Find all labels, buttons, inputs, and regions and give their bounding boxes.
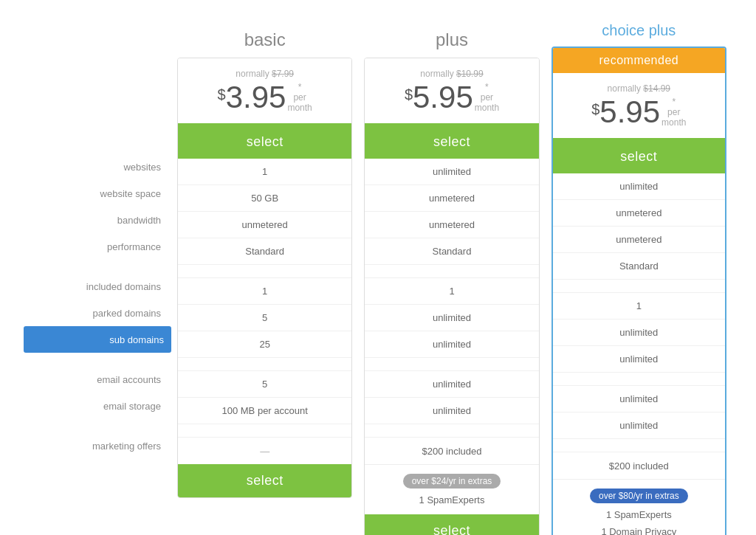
label-sub-domains: sub domains [24, 326, 171, 353]
label-performance: performance [24, 233, 171, 260]
plans-container: basic normally $7.99 $ 3.95 * per month [171, 22, 732, 535]
plan-choice-plus-dollar: $ [591, 101, 599, 118]
plan-choice-plus-price-row: $ 5.95 * per month [565, 97, 713, 131]
plan-choice-plus-card: recommended normally $14.99 $ 5.95 * per… [551, 46, 726, 535]
plan-choice-plus: choice plus recommended normally $14.99 … [551, 15, 726, 535]
plan-plus-select-bottom[interactable]: select [365, 514, 538, 535]
plan-choice-plus-included-domains: 1 [553, 293, 725, 320]
plan-choice-plus-select-top[interactable]: select [553, 140, 725, 173]
plan-basic-sub-domains: 25 [178, 331, 351, 358]
label-bandwidth: bandwidth [24, 207, 171, 233]
plan-plus-included-domains: 1 [365, 278, 538, 305]
plan-basic-parked-domains: 5 [178, 305, 351, 331]
plan-basic-email-accounts: 5 [178, 371, 351, 398]
label-marketing-offers: marketing offers [24, 432, 171, 459]
plan-plus-features: unlimited unmetered unmetered Standard 1… [365, 159, 538, 464]
plan-choice-plus-suffix: * per month [662, 97, 686, 131]
plan-basic-card: normally $7.99 $ 3.95 * per month select [177, 58, 352, 498]
label-websites: websites [24, 153, 171, 180]
label-email-accounts: email accounts [24, 366, 171, 393]
plan-choice-plus-extras-badge: over $80/yr in extras [590, 489, 688, 503]
plan-plus-spam: 1 SpamExperts [371, 491, 532, 508]
plan-basic-websites: 1 [178, 159, 351, 185]
plan-basic-title: basic [177, 22, 352, 50]
plan-plus-original-price: $10.99 [456, 69, 484, 79]
plan-plus-websites: unlimited [365, 159, 538, 185]
label-included-domains: included domains [24, 273, 171, 300]
plan-basic-dollar: $ [218, 86, 226, 103]
plan-plus-select-top[interactable]: select [365, 125, 538, 159]
plan-plus-suffix: * per month [475, 82, 499, 116]
plan-choice-plus-amount: 5.95 [599, 97, 660, 128]
plan-plus-title: plus [364, 22, 539, 50]
plan-choice-plus-performance: Standard [553, 253, 725, 280]
plan-plus-email-accounts: unlimited [365, 371, 538, 398]
plan-basic-bandwidth: unmetered [178, 212, 351, 238]
plan-choice-plus-extras: over $80/yr in extras 1 SpamExperts 1 Do… [553, 479, 725, 535]
plan-basic-suffix: * per month [287, 82, 312, 116]
plan-basic-amount: 3.95 [226, 82, 286, 113]
plan-plus-price-row: $ 5.95 * per month [377, 82, 526, 116]
plan-basic: basic normally $7.99 $ 3.95 * per month [177, 22, 352, 535]
plan-basic-email-storage: 100 MB per account [178, 398, 351, 424]
plan-plus-star: * [475, 82, 499, 92]
plan-plus-website-space: unmetered [365, 185, 538, 212]
plan-choice-plus-domain-privacy: 1 Domain Privacy [559, 523, 719, 535]
plan-basic-price-section: normally $7.99 $ 3.95 * per month [178, 58, 351, 125]
plan-plus-card: normally $10.99 $ 5.95 * per month selec… [364, 58, 539, 535]
label-email-storage: email storage [24, 393, 171, 419]
plan-plus-dollar: $ [405, 86, 413, 103]
plan-plus-price-section: normally $10.99 $ 5.95 * per month [365, 58, 538, 125]
plan-plus-bandwidth: unmetered [365, 212, 538, 238]
plan-plus: plus normally $10.99 $ 5.95 * per month [364, 22, 539, 535]
plan-choice-plus-star: * [662, 97, 686, 107]
plan-plus-marketing: $200 included [365, 438, 538, 464]
plan-basic-marketing: — [178, 438, 351, 464]
plan-choice-plus-original-price: $14.99 [643, 83, 670, 94]
plan-choice-plus-marketing: $200 included [553, 452, 725, 479]
plan-basic-performance: Standard [178, 238, 351, 265]
plan-choice-plus-normally: normally $14.99 [565, 83, 713, 94]
plan-choice-plus-price-section: normally $14.99 $ 5.95 * per month [553, 73, 725, 140]
plan-choice-plus-spam: 1 SpamExperts [559, 506, 719, 523]
row-labels: websites website space bandwidth perform… [24, 22, 171, 459]
pricing-wrapper: websites website space bandwidth perform… [9, 15, 747, 535]
plan-basic-normally: normally $7.99 [190, 69, 340, 79]
plan-choice-plus-sub-domains: unlimited [553, 346, 725, 373]
plan-basic-features: 1 50 GB unmetered Standard 1 5 25 5 100 … [178, 159, 351, 464]
plan-plus-extras: over $24/yr in extras 1 SpamExperts [365, 464, 538, 514]
plan-basic-dash: — [260, 446, 269, 457]
plan-choice-plus-email-storage: unlimited [553, 413, 725, 439]
plan-choice-plus-title: choice plus [551, 15, 726, 39]
plan-basic-price-row: $ 3.95 * per month [190, 82, 340, 116]
plan-choice-plus-email-accounts: unlimited [553, 386, 725, 413]
label-website-space: website space [24, 180, 171, 207]
plan-choice-plus-features: unlimited unmetered unmetered Standard 1… [553, 173, 725, 479]
plan-plus-extras-badge: over $24/yr in extras [403, 474, 501, 489]
plan-plus-email-storage: unlimited [365, 398, 538, 424]
plan-plus-sub-domains: unlimited [365, 331, 538, 358]
plan-basic-website-space: 50 GB [178, 185, 351, 212]
plan-plus-normally: normally $10.99 [377, 69, 526, 79]
plan-basic-select-top[interactable]: select [178, 125, 351, 159]
plan-choice-plus-websites: unlimited [553, 173, 725, 200]
plan-choice-plus-recommended: recommended [553, 48, 725, 73]
plan-choice-plus-parked-domains: unlimited [553, 320, 725, 346]
plan-basic-included-domains: 1 [178, 278, 351, 305]
plan-choice-plus-bandwidth: unmetered [553, 227, 725, 253]
plan-basic-star: * [287, 82, 312, 92]
label-parked-domains: parked domains [24, 300, 171, 326]
plan-plus-performance: Standard [365, 238, 538, 265]
plan-plus-amount: 5.95 [413, 82, 473, 113]
plan-plus-parked-domains: unlimited [365, 305, 538, 331]
plan-basic-original-price: $7.99 [272, 69, 294, 79]
plan-choice-plus-website-space: unmetered [553, 200, 725, 227]
plan-basic-select-bottom[interactable]: select [178, 464, 351, 497]
